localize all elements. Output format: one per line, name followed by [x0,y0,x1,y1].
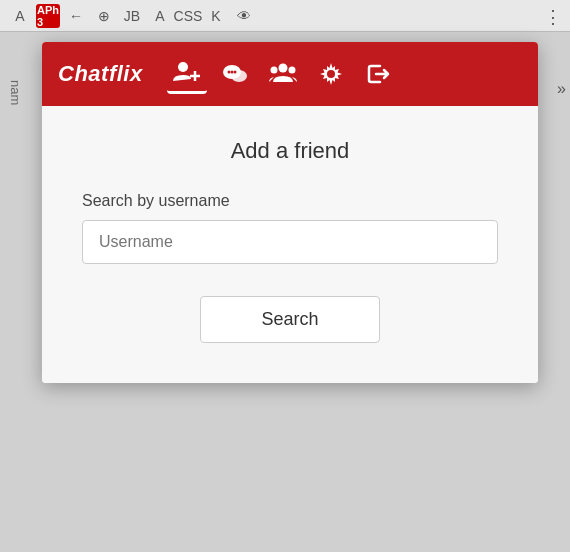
browser-menu-icon[interactable]: ⋮ [544,6,562,28]
search-label: Search by username [82,192,498,210]
toolbar-back-icon[interactable]: ← [64,4,88,28]
nav-messages-icon[interactable] [215,54,255,94]
username-input[interactable] [82,220,498,264]
search-button[interactable]: Search [200,296,379,343]
nav-logout-icon[interactable] [359,54,399,94]
toolbar-a2-icon[interactable]: A [148,4,172,28]
browser-toolbar: A APh3 ← ⊕ JB A CSS K 👁 ⋮ [0,0,570,32]
toolbar-icon-aph[interactable]: APh3 [36,4,60,28]
svg-point-13 [327,70,335,78]
sidebar-text: nam [8,80,23,105]
nav-bar: Chatflix [42,42,538,106]
svg-point-10 [288,67,295,74]
toolbar-k-icon[interactable]: K [204,4,228,28]
nav-icons [167,54,399,94]
toolbar-jb-icon[interactable]: JB [120,4,144,28]
nav-settings-icon[interactable] [311,54,351,94]
toolbar-css-icon[interactable]: CSS [176,4,200,28]
svg-point-0 [178,62,188,72]
app-logo: Chatflix [58,61,143,87]
svg-point-7 [233,71,236,74]
svg-point-8 [278,64,287,73]
toolbar-eye-icon[interactable]: 👁 [232,4,256,28]
nav-add-friend-icon[interactable] [167,54,207,94]
expand-icon[interactable]: » [557,80,566,98]
search-button-wrapper: Search [82,296,498,343]
toolbar-icon-a[interactable]: A [8,4,32,28]
main-content: Add a friend Search by username Search [42,106,538,383]
svg-point-6 [230,71,233,74]
app-container: Chatflix [42,42,538,383]
svg-point-9 [270,67,277,74]
nav-group-icon[interactable] [263,54,303,94]
toolbar-zoom-icon[interactable]: ⊕ [92,4,116,28]
page-title: Add a friend [82,138,498,164]
svg-point-5 [227,71,230,74]
